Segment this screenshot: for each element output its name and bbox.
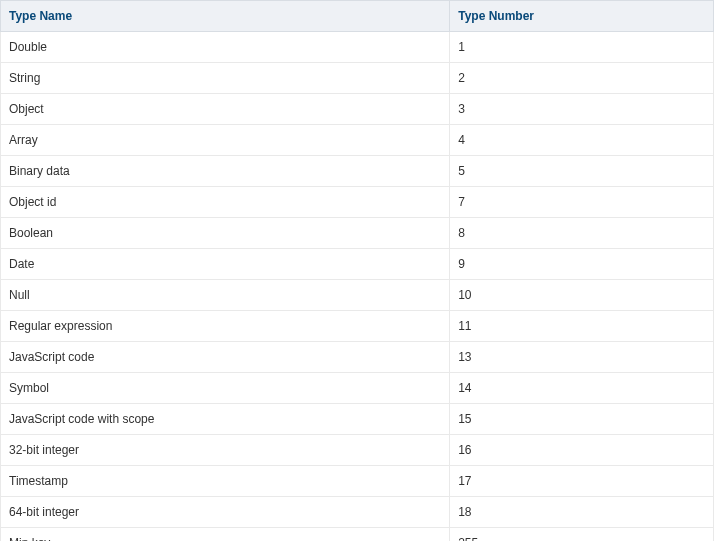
table-row: Timestamp17 <box>1 466 714 497</box>
cell-type-name: String <box>1 63 450 94</box>
cell-type-number: 10 <box>450 280 714 311</box>
table-row: Binary data5 <box>1 156 714 187</box>
cell-type-number: 11 <box>450 311 714 342</box>
table-row: 32-bit integer16 <box>1 435 714 466</box>
type-table: Type Name Type Number Double1String2Obje… <box>0 0 714 541</box>
cell-type-number: 7 <box>450 187 714 218</box>
table-row: String2 <box>1 63 714 94</box>
cell-type-name: Double <box>1 32 450 63</box>
table-row: Null10 <box>1 280 714 311</box>
cell-type-number: 1 <box>450 32 714 63</box>
cell-type-number: 255 <box>450 528 714 542</box>
table-row: Regular expression11 <box>1 311 714 342</box>
cell-type-name: Min key <box>1 528 450 542</box>
table-row: JavaScript code with scope15 <box>1 404 714 435</box>
table-row: Boolean8 <box>1 218 714 249</box>
cell-type-name: Boolean <box>1 218 450 249</box>
cell-type-name: Array <box>1 125 450 156</box>
cell-type-number: 4 <box>450 125 714 156</box>
col-header-type-number: Type Number <box>450 1 714 32</box>
cell-type-name: Null <box>1 280 450 311</box>
cell-type-name: Symbol <box>1 373 450 404</box>
table-row: 64-bit integer18 <box>1 497 714 528</box>
table-row: Object3 <box>1 94 714 125</box>
cell-type-name: 64-bit integer <box>1 497 450 528</box>
table-row: Object id7 <box>1 187 714 218</box>
table-row: JavaScript code13 <box>1 342 714 373</box>
table-row: Array4 <box>1 125 714 156</box>
cell-type-number: 14 <box>450 373 714 404</box>
cell-type-name: Regular expression <box>1 311 450 342</box>
cell-type-name: Date <box>1 249 450 280</box>
cell-type-number: 16 <box>450 435 714 466</box>
cell-type-number: 2 <box>450 63 714 94</box>
cell-type-number: 9 <box>450 249 714 280</box>
cell-type-number: 18 <box>450 497 714 528</box>
cell-type-name: 32-bit integer <box>1 435 450 466</box>
cell-type-number: 3 <box>450 94 714 125</box>
cell-type-name: Object <box>1 94 450 125</box>
table-row: Symbol14 <box>1 373 714 404</box>
cell-type-name: JavaScript code with scope <box>1 404 450 435</box>
col-header-type-name: Type Name <box>1 1 450 32</box>
table-header-row: Type Name Type Number <box>1 1 714 32</box>
table-row: Double1 <box>1 32 714 63</box>
cell-type-name: Object id <box>1 187 450 218</box>
cell-type-number: 13 <box>450 342 714 373</box>
cell-type-number: 15 <box>450 404 714 435</box>
cell-type-number: 5 <box>450 156 714 187</box>
table-row: Min key255 <box>1 528 714 542</box>
cell-type-name: Binary data <box>1 156 450 187</box>
table-row: Date9 <box>1 249 714 280</box>
cell-type-number: 17 <box>450 466 714 497</box>
cell-type-name: Timestamp <box>1 466 450 497</box>
cell-type-name: JavaScript code <box>1 342 450 373</box>
cell-type-number: 8 <box>450 218 714 249</box>
